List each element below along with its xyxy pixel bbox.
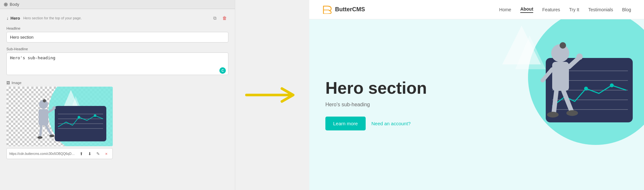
close-icon: × bbox=[5, 3, 6, 6]
svg-line-36 bbox=[554, 91, 556, 113]
image-url-actions: ⬆ ⬇ ✎ × bbox=[78, 150, 110, 157]
logo-text: ButterCMS bbox=[335, 6, 365, 13]
hero-section-header: ↓ Hero Hero section for the top of your … bbox=[6, 14, 228, 22]
close-tab-button[interactable]: × bbox=[4, 3, 8, 6]
nav-links: Home About Features Try It Testimonials … bbox=[499, 6, 631, 13]
image-preview bbox=[6, 87, 113, 146]
headline-label: Headline bbox=[6, 26, 228, 30]
nav-testimonials[interactable]: Testimonials bbox=[588, 7, 613, 12]
preview-illustration bbox=[6, 87, 113, 146]
image-label: 🖼 Image bbox=[6, 81, 228, 85]
svg-point-18 bbox=[49, 135, 54, 137]
svg-point-8 bbox=[78, 116, 80, 119]
expand-icon[interactable]: ↓ bbox=[6, 16, 9, 21]
nav-try-it[interactable]: Try It bbox=[569, 7, 579, 12]
svg-point-14 bbox=[53, 106, 56, 109]
hero-sub-title: Hero's sub-heading bbox=[325, 102, 461, 108]
image-icon: 🖼 bbox=[6, 81, 10, 85]
delete-hero-button[interactable]: 🗑 bbox=[221, 14, 228, 22]
hero-actions: ⧉ 🗑 bbox=[211, 14, 228, 22]
svg-line-16 bbox=[46, 125, 52, 135]
upload-image-button[interactable]: ⬆ bbox=[78, 150, 85, 157]
hero-main-title: Hero section bbox=[325, 79, 461, 97]
svg-point-34 bbox=[576, 53, 583, 60]
hero-text-block: Hero section Hero's sub-heading Learn mo… bbox=[325, 79, 461, 130]
edit-image-button[interactable]: ✎ bbox=[94, 150, 101, 157]
hero-description: Hero section for the top of your page. bbox=[23, 16, 82, 20]
headline-input[interactable] bbox=[6, 32, 228, 43]
directional-arrow bbox=[243, 85, 301, 105]
editor-content: ↓ Hero Hero section for the top of your … bbox=[0, 9, 235, 190]
svg-point-17 bbox=[37, 136, 43, 139]
logo-icon bbox=[322, 5, 332, 14]
headline-field-group: Headline bbox=[6, 26, 228, 43]
svg-point-11 bbox=[43, 99, 46, 102]
subheadline-input[interactable]: Hero's sub-heading bbox=[6, 52, 228, 75]
image-url-text: https://cdn.buttercms.com/c30o5OBQQ6qD4m… bbox=[9, 152, 76, 156]
nav-features[interactable]: Features bbox=[542, 7, 560, 12]
hero-label: Hero bbox=[11, 16, 20, 21]
preview-panel: ButterCMS Home About Features Try It Tes… bbox=[309, 0, 644, 190]
hero-buttons: Learn more Need an account? bbox=[325, 117, 461, 130]
svg-line-15 bbox=[40, 125, 41, 137]
account-link[interactable]: Need an account? bbox=[371, 121, 411, 126]
textarea-wrapper: Hero's sub-heading C bbox=[6, 52, 228, 76]
right-illustration-svg bbox=[483, 19, 644, 190]
subheadline-field-group: Sub-Headline Hero's sub-heading C bbox=[6, 47, 228, 76]
image-url-bar: https://cdn.buttercms.com/c30o5OBQQ6qD4m… bbox=[6, 148, 113, 159]
checkerboard-bg bbox=[6, 87, 113, 146]
image-label-text: Image bbox=[12, 81, 22, 85]
top-bar-label: Body bbox=[10, 2, 19, 7]
svg-point-9 bbox=[94, 114, 96, 117]
download-image-button[interactable]: ⬇ bbox=[86, 150, 93, 157]
learn-more-button[interactable]: Learn more bbox=[325, 117, 366, 130]
svg-point-29 bbox=[610, 83, 614, 87]
ai-icon: C bbox=[219, 67, 226, 74]
svg-rect-12 bbox=[39, 109, 48, 125]
top-bar: × Body bbox=[0, 0, 235, 9]
logo: ButterCMS bbox=[322, 5, 365, 14]
nav-bar: ButterCMS Home About Features Try It Tes… bbox=[309, 0, 644, 19]
svg-point-28 bbox=[584, 87, 588, 90]
nav-blog[interactable]: Blog bbox=[622, 7, 631, 12]
svg-point-39 bbox=[566, 110, 578, 116]
arrow-section bbox=[235, 0, 309, 190]
editor-panel: × Body ↓ Hero Hero section for the top o… bbox=[0, 0, 235, 190]
subheadline-label: Sub-Headline bbox=[6, 47, 228, 51]
svg-point-31 bbox=[560, 42, 566, 49]
image-section: 🖼 Image bbox=[6, 81, 228, 159]
copy-hero-button[interactable]: ⧉ bbox=[211, 14, 219, 22]
svg-point-38 bbox=[547, 112, 559, 118]
hero-illustration-right bbox=[483, 19, 644, 190]
svg-rect-32 bbox=[552, 62, 569, 91]
remove-image-button[interactable]: × bbox=[103, 150, 110, 157]
nav-about[interactable]: About bbox=[520, 6, 533, 13]
hero-content-area: Hero section Hero's sub-heading Learn mo… bbox=[309, 19, 644, 190]
hero-title-row: ↓ Hero Hero section for the top of your … bbox=[6, 16, 82, 21]
nav-home[interactable]: Home bbox=[499, 7, 511, 12]
